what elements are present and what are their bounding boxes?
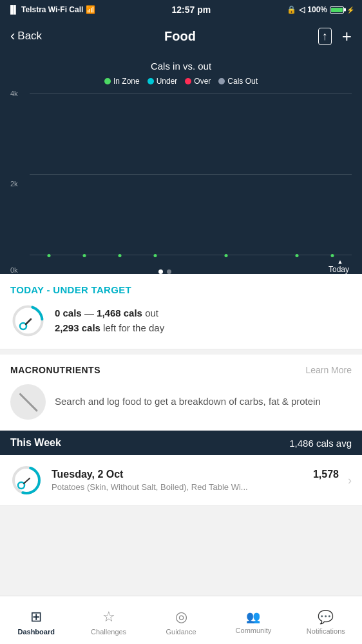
under-label: Under [157,77,178,86]
bar-dot-3 [119,254,122,257]
signal-icon: ▐▌ [8,5,19,14]
add-button[interactable]: + [342,26,352,46]
chevron-right-icon: › [348,474,352,487]
y-label-2k: 2k [10,180,18,188]
chart-page-dots[interactable] [158,269,171,274]
header: ‹ Back Food ↑ + [0,19,362,53]
nav-notifications[interactable]: 💬 Notifications [290,596,362,644]
day-entry[interactable]: Tuesday, 2 Oct 1,578 Potatoes (Skin, Wit… [0,455,362,506]
day-info: Tuesday, 2 Oct 1,578 Potatoes (Skin, Wit… [52,469,339,492]
macro-section: MACRONUTRIENTS Learn More Search and log… [0,355,362,431]
chart-dot-1[interactable] [158,269,163,274]
cals-left-suffix: left for the day [100,322,164,333]
today-status: TODAY - UNDER TARGET [10,284,352,295]
chart-legend: In Zone Under Over Cals Out [10,77,352,86]
legend-cals-out: Cals Out [218,77,258,86]
day-foods: Potatoes (Skin, Without Salt, Boiled), R… [52,482,271,492]
day-dial [10,464,43,496]
bar-dot-4 [154,254,157,257]
nav-guidance[interactable]: ◎ Guidance [145,596,217,644]
cals-out-dot [218,78,225,84]
y-label-4k: 4k [10,90,18,97]
macro-icon [10,384,46,420]
challenges-icon: ☆ [102,609,115,625]
status-bar: ▐▌ Telstra Wi-Fi Call 📶 12:57 pm 🔒 ◁ 100… [0,0,362,19]
cals-in: 0 cals [55,307,82,318]
separator: — [82,307,97,318]
share-button[interactable]: ↑ [318,28,332,45]
header-icons: ↑ + [318,26,352,46]
status-left: ▐▌ Telstra Wi-Fi Call 📶 [8,5,95,14]
notifications-icon: 💬 [318,609,334,625]
back-label: Back [17,30,42,43]
grid-line-bot [30,255,352,255]
chart-container: 4k 2k 0k [10,93,352,274]
dashboard-icon: ⊞ [30,609,42,625]
macro-title: MACRONUTRIENTS [10,365,100,375]
day-date-row: Tuesday, 2 Oct 1,578 [52,469,339,480]
under-dot [148,78,154,84]
location-icon: ◁ [299,5,305,14]
calories-row: 0 cals — 1,468 cals out 2,293 cals left … [10,303,352,338]
back-button[interactable]: ‹ Back [10,28,42,44]
bar-dot-2 [83,254,86,257]
chart-dot-2[interactable] [167,269,171,274]
week-title: This Week [10,437,61,449]
nav-dashboard[interactable]: ⊞ Dashboard [0,596,72,644]
week-header: This Week 1,486 cals avg [0,431,362,455]
chart-section: Cals in vs. out In Zone Under Over Cals … [0,53,362,274]
today-prefix: TODAY - [10,284,53,295]
chart-title: Cals in vs. out [10,61,352,72]
over-label: Over [194,77,211,86]
calories-text: 0 cals — 1,468 cals out 2,293 cals left … [55,306,164,335]
learn-more-button[interactable]: Learn More [305,365,352,375]
legend-over: Over [185,77,211,86]
svg-line-7 [24,478,30,483]
today-label: Today [329,265,352,274]
cals-left: 2,293 cals [55,322,100,333]
page-title: Food [164,29,196,44]
notifications-label: Notifications [307,627,345,635]
bar-dot-6 [224,254,227,257]
cals-out: 1,468 cals [97,307,142,318]
triangle-icon: ▲ [338,259,343,265]
bar-dot-1 [48,254,51,257]
calorie-dial [10,303,46,338]
macro-slash-icon [19,393,37,411]
nav-spacer [0,506,362,558]
guidance-label: Guidance [166,628,196,636]
bar-dot-9 [330,254,334,257]
y-label-0k: 0k [10,266,18,274]
macro-description: Search and log food to get a breakdown o… [55,395,321,409]
today-highlight: UNDER TARGET [53,284,131,295]
macro-header: MACRONUTRIENTS Learn More [10,365,352,375]
carrier-label: Telstra Wi-Fi Call [21,5,83,14]
svg-line-3 [26,319,31,324]
battery-label: 100% [307,5,327,14]
lock-icon: 🔒 [287,5,296,14]
status-right: 🔒 ◁ 100% ⚡ [287,5,354,14]
charging-icon: ⚡ [347,6,354,14]
cals-out-suffix: out [142,307,158,318]
community-label: Community [236,627,272,634]
time-label: 12:57 pm [171,5,211,15]
guidance-icon: ◎ [175,609,187,625]
bottom-nav: ⊞ Dashboard ☆ Challenges ◎ Guidance 👥 Co… [0,596,362,644]
chart-bars [30,93,352,255]
calories-left: 2,293 cals left for the day [55,321,164,336]
over-dot [185,78,191,84]
legend-in-zone: In Zone [104,77,140,86]
in-zone-label: In Zone [113,77,140,86]
day-calories: 1,578 [313,469,339,480]
calories-main: 0 cals — 1,468 cals out [55,306,164,321]
today-section: TODAY - UNDER TARGET 0 cals — 1,468 cals… [0,274,362,349]
legend-under: Under [148,77,178,86]
macro-body: Search and log food to get a breakdown o… [10,384,352,420]
community-icon: 👥 [246,610,260,624]
chevron-left-icon: ‹ [10,28,15,44]
challenges-label: Challenges [91,628,126,636]
nav-challenges[interactable]: ☆ Challenges [72,596,144,644]
cals-out-label: Cals Out [227,77,258,86]
nav-community[interactable]: 👥 Community [217,596,289,644]
battery-icon [330,6,344,14]
